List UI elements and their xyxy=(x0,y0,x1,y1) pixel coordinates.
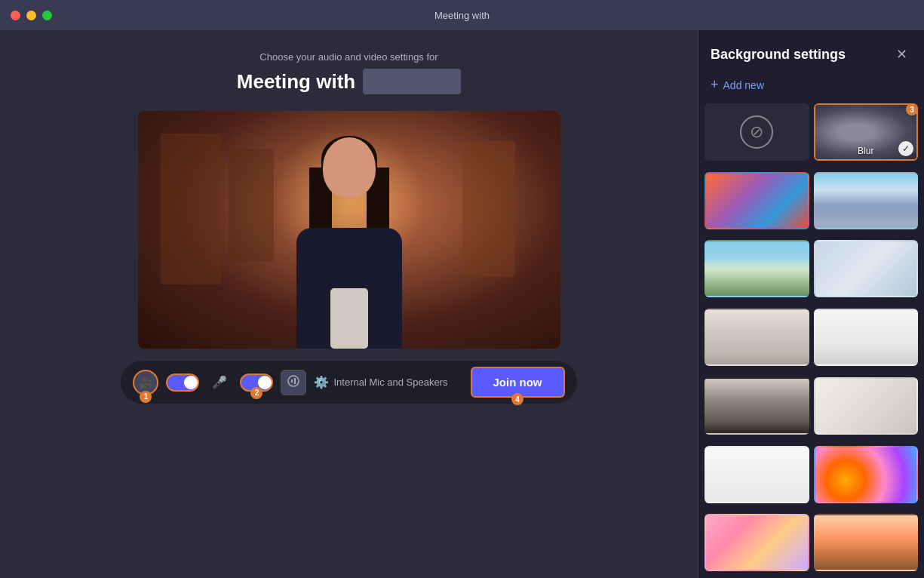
add-new-label: Add new xyxy=(723,79,764,91)
background-item-outdoor[interactable]: ✓ xyxy=(705,240,809,297)
background-item-office1[interactable]: ✓ xyxy=(814,172,919,229)
bg-bookshelf-1 xyxy=(161,134,221,284)
video-preview xyxy=(138,111,560,349)
noise-cancel-button[interactable] xyxy=(281,370,306,395)
background-item-minimal-white[interactable]: ✓ xyxy=(705,446,809,503)
minimize-window-button[interactable] xyxy=(26,11,36,20)
blur-check-mark: ✓ xyxy=(898,141,913,156)
background-item-none[interactable]: ⊘ xyxy=(705,103,809,161)
audio-badge: 2 xyxy=(250,387,262,399)
background-item-frame[interactable]: ✓ xyxy=(705,309,809,366)
plus-icon: + xyxy=(711,77,719,93)
background-item-minimal-room[interactable]: ✓ xyxy=(814,377,919,435)
join-btn-label: Join now xyxy=(493,376,542,389)
person-head xyxy=(323,137,376,198)
add-new-background-button[interactable]: + Add new xyxy=(698,74,924,103)
camera-icon-button[interactable]: 🎥 1 xyxy=(133,370,158,395)
person-body xyxy=(296,228,402,349)
background-item-colorful[interactable]: ✓ xyxy=(705,172,809,229)
background-item-balloons2[interactable]: ✓ xyxy=(705,514,809,571)
background-item-modern1[interactable]: ✓ xyxy=(814,240,919,297)
background-settings-header: Background settings ✕ xyxy=(698,30,924,74)
meeting-title-row: Meeting with xyxy=(237,69,461,94)
background-item-indoor-city[interactable]: ✓ xyxy=(705,377,809,435)
video-toggle-knob xyxy=(184,376,198,389)
blur-label: Blur xyxy=(858,146,873,156)
blur-badge: 3 xyxy=(906,103,918,115)
camera-icon: 🎥 xyxy=(140,377,152,389)
audio-settings[interactable]: ⚙️ Internal Mic and Speakers xyxy=(314,375,447,389)
close-background-settings-button[interactable]: ✕ xyxy=(891,44,912,65)
meeting-title: Meeting with xyxy=(237,70,355,94)
no-background-icon: ⊘ xyxy=(740,115,773,149)
join-badge: 4 xyxy=(511,393,523,405)
person-preview xyxy=(266,130,432,349)
window-title: Meeting with xyxy=(434,10,490,21)
close-window-button[interactable] xyxy=(11,11,20,20)
svg-point-0 xyxy=(288,376,299,386)
camera-badge: 1 xyxy=(140,391,152,403)
person-shirt xyxy=(330,288,368,349)
background-grid: ⊘ 3 ✓ Blur ✓ ✓ ✓ ✓ xyxy=(698,103,924,578)
audio-toggle-knob xyxy=(258,376,272,389)
video-toggle[interactable] xyxy=(166,374,199,392)
background-item-landscape[interactable]: ✓ xyxy=(814,514,919,571)
bg-bookshelf-3 xyxy=(462,141,515,277)
maximize-window-button[interactable] xyxy=(42,11,52,20)
meeting-name-field xyxy=(363,69,461,94)
audio-device-label: Internal Mic and Speakers xyxy=(333,377,447,388)
audio-toggle[interactable]: 2 xyxy=(240,374,273,392)
background-item-white-room[interactable]: ✓ xyxy=(814,309,919,366)
window-controls[interactable] xyxy=(11,11,52,20)
settings-gear-icon: ⚙️ xyxy=(314,375,329,389)
mic-icon: 🎤 xyxy=(207,370,232,395)
titlebar: Meeting with xyxy=(0,0,924,30)
background-settings-title: Background settings xyxy=(711,47,846,63)
controls-bar: 🎥 1 🎤 2 xyxy=(121,361,576,404)
microphone-icon: 🎤 xyxy=(212,375,227,389)
noise-cancel-icon xyxy=(287,374,300,390)
background-settings-panel: Background settings ✕ + Add new ⊘ 3 ✓ Bl… xyxy=(698,30,924,578)
join-now-button[interactable]: Join now 4 xyxy=(471,367,565,398)
left-panel: Choose your audio and video settings for… xyxy=(0,30,698,578)
subtitle-text: Choose your audio and video settings for xyxy=(259,51,437,63)
background-item-balloons1[interactable]: ✓ xyxy=(814,446,919,503)
main-layout: Choose your audio and video settings for… xyxy=(0,30,924,578)
background-item-blur[interactable]: 3 ✓ Blur xyxy=(814,103,919,161)
